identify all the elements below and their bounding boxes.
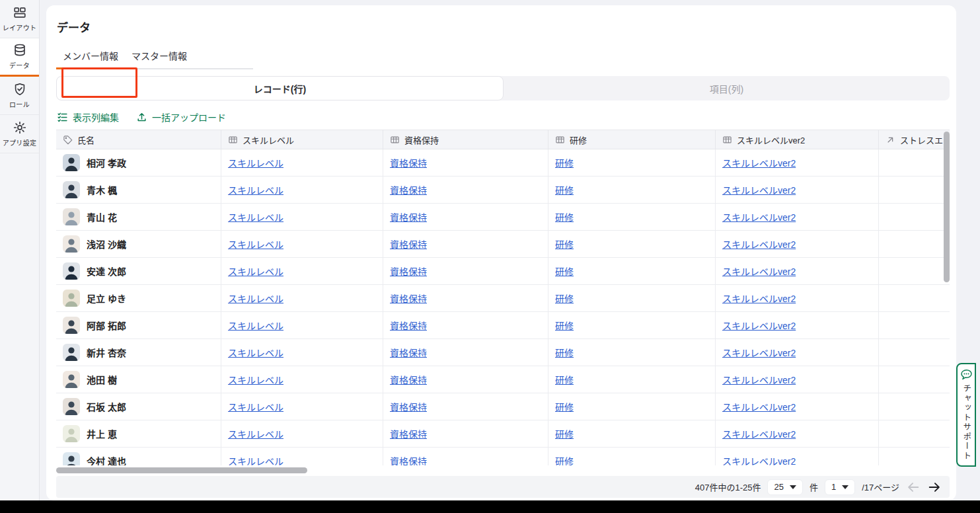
record-link-cell: 研修	[548, 393, 716, 420]
member-name-cell: 今村 達也	[56, 448, 221, 465]
record-link[interactable]: 資格保持	[390, 373, 427, 386]
view-toggle: レコード(行) 項目(列)	[56, 76, 950, 100]
member-name-cell: 阿部 拓郎	[56, 312, 221, 338]
record-link[interactable]: スキルレベルver2	[722, 237, 796, 251]
record-link[interactable]: スキルレベル	[228, 264, 283, 278]
bulk-upload-button[interactable]: 一括アップロード	[136, 110, 226, 124]
record-link[interactable]: 研修	[555, 156, 574, 169]
record-link-cell: スキルレベルver2	[716, 149, 879, 176]
record-link[interactable]: スキルレベルver2	[722, 400, 796, 413]
record-link[interactable]: 研修	[555, 346, 574, 359]
record-link[interactable]: 研修	[555, 319, 574, 332]
avatar	[63, 317, 80, 334]
record-link[interactable]: スキルレベル	[228, 427, 283, 440]
sidebar-item-app-settings[interactable]: アプリ設定	[0, 115, 39, 153]
record-link-cell: スキルレベル	[221, 312, 383, 338]
record-link-cell: スキルレベル	[221, 204, 383, 230]
record-link[interactable]: スキルレベルver2	[722, 156, 796, 169]
record-link-cell: スキルレベル	[221, 448, 383, 465]
record-link[interactable]: スキルレベル	[228, 454, 283, 465]
stress-cell-empty	[879, 258, 950, 284]
next-page-arrow-icon[interactable]	[927, 480, 942, 494]
pagination-bar: 407件中の1-25件 25 件 1 /17ページ	[56, 476, 950, 498]
edit-columns-button[interactable]: 表示列編集	[57, 110, 119, 124]
record-link[interactable]: スキルレベル	[228, 319, 283, 332]
prev-page-arrow-icon[interactable]	[906, 480, 921, 494]
record-link[interactable]: 資格保持	[390, 183, 427, 196]
record-link[interactable]: スキルレベル	[228, 373, 283, 386]
record-link[interactable]: 研修	[555, 400, 574, 413]
record-link[interactable]: 資格保持	[390, 346, 427, 359]
record-link-cell: スキルレベルver2	[716, 420, 879, 447]
record-link[interactable]: 資格保持	[390, 237, 427, 251]
stress-cell-empty	[879, 420, 950, 447]
tab-master-info[interactable]: マスター情報	[125, 43, 194, 69]
pagination-summary: 407件中の1-25件	[695, 481, 761, 493]
record-link[interactable]: 研修	[555, 183, 574, 196]
vertical-scrollbar-thumb[interactable]	[944, 132, 950, 282]
sidebar-item-layout[interactable]: レイアウト	[0, 0, 39, 38]
record-link[interactable]: スキルレベルver2	[722, 373, 796, 386]
record-link[interactable]: スキルレベル	[228, 237, 283, 251]
record-link[interactable]: 資格保持	[390, 454, 427, 465]
current-page-select[interactable]: 1	[825, 479, 855, 495]
avatar	[63, 290, 80, 307]
column-header-skill-level: スキルレベル	[221, 130, 383, 149]
record-link[interactable]: スキルレベル	[228, 183, 283, 196]
record-link[interactable]: スキルレベル	[228, 346, 283, 359]
record-link[interactable]: スキルレベルver2	[722, 427, 796, 440]
view-toggle-columns[interactable]: 項目(列)	[504, 76, 950, 100]
record-link[interactable]: 資格保持	[390, 319, 427, 332]
record-link[interactable]: スキルレベルver2	[722, 319, 796, 332]
record-link[interactable]: スキルレベルver2	[722, 183, 796, 196]
record-link[interactable]: 資格保持	[390, 400, 427, 413]
record-link[interactable]: スキルレベル	[228, 400, 283, 413]
sidebar-item-role[interactable]: ロール	[0, 77, 39, 115]
record-link[interactable]: 研修	[555, 292, 574, 305]
member-name-cell: 青山 花	[56, 204, 221, 230]
record-link[interactable]: 資格保持	[390, 264, 427, 278]
record-link-cell: 資格保持	[383, 285, 548, 311]
view-toggle-records[interactable]: レコード(行)	[56, 76, 504, 100]
record-link[interactable]: 資格保持	[390, 292, 427, 305]
stress-cell-empty	[879, 366, 950, 393]
record-link[interactable]: 研修	[555, 210, 574, 223]
page-size-select[interactable]: 25	[767, 479, 802, 495]
member-name: 青木 楓	[87, 183, 117, 196]
record-link[interactable]: スキルレベル	[228, 210, 283, 223]
record-link-cell: 資格保持	[383, 393, 548, 420]
record-link[interactable]: スキルレベルver2	[722, 454, 796, 465]
record-link-cell: スキルレベル	[221, 149, 383, 176]
record-link-cell: 研修	[548, 204, 716, 230]
table-header: 氏名 スキルレベル 資格保持 研修	[56, 130, 950, 149]
horizontal-scrollbar-thumb[interactable]	[56, 467, 307, 473]
record-link-cell: 研修	[548, 312, 716, 338]
record-link[interactable]: 資格保持	[390, 156, 427, 169]
record-link[interactable]: 資格保持	[390, 427, 427, 440]
record-link[interactable]: 研修	[555, 237, 574, 251]
member-name: 石坂 太郎	[87, 400, 126, 413]
record-link[interactable]: スキルレベルver2	[722, 346, 796, 359]
member-name: 足立 ゆき	[87, 292, 126, 305]
tab-member-info[interactable]: メンバー情報	[56, 43, 125, 69]
record-link-cell: スキルレベルver2	[716, 448, 879, 465]
chat-support-button[interactable]: チャットサポート	[956, 363, 976, 467]
record-link[interactable]: スキルレベルver2	[722, 210, 796, 223]
record-link-cell: 研修	[548, 258, 716, 284]
sidebar-item-data[interactable]: データ	[0, 38, 39, 77]
record-link[interactable]: 研修	[555, 373, 574, 386]
record-link[interactable]: スキルレベル	[228, 156, 283, 169]
sidebar-item-label: データ	[9, 60, 30, 70]
record-link[interactable]: 資格保持	[390, 210, 427, 223]
record-link[interactable]: 研修	[555, 454, 574, 465]
edit-columns-label: 表示列編集	[73, 110, 119, 124]
table-row: 青木 楓スキルレベル資格保持研修スキルレベルver2	[56, 177, 950, 204]
record-link[interactable]: 研修	[555, 427, 574, 440]
record-link-cell: スキルレベル	[221, 339, 383, 366]
record-link[interactable]: スキルレベル	[228, 292, 283, 305]
record-link[interactable]: スキルレベルver2	[722, 264, 796, 278]
member-name-cell: 相河 孝政	[56, 149, 221, 176]
table-row: 今村 達也スキルレベル資格保持研修スキルレベルver2	[56, 448, 950, 465]
record-link[interactable]: スキルレベルver2	[722, 292, 796, 305]
record-link[interactable]: 研修	[555, 264, 574, 278]
